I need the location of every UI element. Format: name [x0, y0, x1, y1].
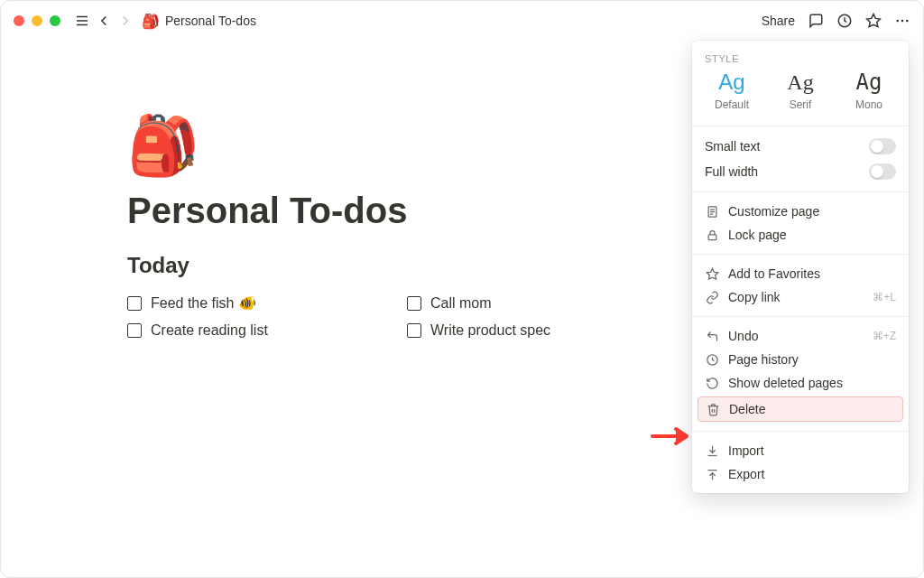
topbar-actions: Share — [762, 13, 910, 29]
copy-link-item[interactable]: Copy link ⌘+L — [692, 285, 909, 309]
font-name: Serif — [769, 98, 832, 111]
undo-icon — [705, 329, 719, 343]
shortcut: ⌘+L — [873, 291, 896, 303]
todo-item[interactable]: Create reading list — [127, 322, 371, 339]
breadcrumb-icon: 🎒 — [142, 13, 160, 30]
font-name: Mono — [837, 98, 901, 111]
topbar: 🎒 Personal To-dos Share — [1, 1, 923, 41]
share-button[interactable]: Share — [762, 14, 795, 28]
restore-icon — [705, 376, 719, 390]
checkbox[interactable] — [407, 323, 421, 338]
add-to-favorites-item[interactable]: Add to Favorites — [692, 262, 909, 285]
customize-page-item[interactable]: Customize page — [692, 200, 909, 223]
svg-point-5 — [896, 20, 899, 23]
svg-rect-13 — [708, 234, 716, 239]
full-width-toggle[interactable]: Full width — [692, 159, 909, 184]
small-text-toggle[interactable]: Small text — [692, 134, 909, 159]
todo-item[interactable]: Write product spec — [407, 322, 651, 339]
import-icon — [705, 443, 719, 458]
close-window-button[interactable] — [14, 15, 24, 26]
toggle[interactable] — [869, 138, 896, 154]
history-icon — [705, 352, 719, 367]
checkbox[interactable] — [407, 296, 421, 311]
export-icon — [705, 467, 719, 481]
star-icon — [705, 266, 719, 281]
todo-label: Create reading list — [151, 322, 268, 339]
checkbox[interactable] — [127, 296, 142, 311]
page-icon — [705, 204, 719, 219]
maximize-window-button[interactable] — [50, 15, 60, 26]
breadcrumb-title: Personal To-dos — [165, 14, 256, 28]
link-icon — [705, 290, 719, 304]
svg-point-6 — [901, 20, 904, 23]
svg-marker-14 — [707, 268, 718, 279]
font-option-default[interactable]: Ag Default — [700, 71, 763, 111]
delete-item[interactable]: Delete — [698, 396, 903, 422]
undo-item[interactable]: Undo ⌘+Z — [692, 324, 909, 348]
checkbox[interactable] — [127, 323, 142, 338]
annotation-arrow — [651, 425, 690, 447]
favorite-icon[interactable] — [865, 13, 882, 29]
style-header: STYLE — [692, 48, 909, 71]
todo-label: Feed the fish 🐠 — [151, 294, 256, 312]
todo-label: Write product spec — [430, 322, 550, 339]
page-history-item[interactable]: Page history — [692, 348, 909, 371]
todo-item[interactable]: Call mom — [407, 294, 651, 312]
page-content: 🎒 Personal To-dos Today Feed the fish 🐠 … — [1, 41, 651, 339]
import-item[interactable]: Import — [692, 439, 909, 462]
export-item[interactable]: Export — [692, 462, 909, 486]
more-menu-button[interactable] — [894, 13, 910, 29]
page-icon[interactable]: 🎒 — [127, 117, 651, 174]
section-heading[interactable]: Today — [127, 253, 651, 278]
font-sample: Ag — [700, 71, 763, 93]
font-sample: Ag — [769, 71, 832, 93]
sidebar-toggle-button[interactable] — [71, 10, 93, 32]
todo-label: Call mom — [430, 295, 492, 312]
todo-item[interactable]: Feed the fish 🐠 — [127, 294, 371, 312]
lock-icon — [705, 228, 719, 242]
updates-icon[interactable] — [836, 13, 853, 29]
svg-point-7 — [906, 20, 909, 23]
todo-list: Feed the fish 🐠 Call mom Create reading … — [127, 294, 651, 339]
page-title[interactable]: Personal To-dos — [127, 191, 651, 231]
comments-icon[interactable] — [808, 13, 824, 29]
font-option-serif[interactable]: Ag Serif — [769, 71, 832, 111]
font-name: Default — [700, 98, 763, 111]
font-option-mono[interactable]: Ag Mono — [837, 71, 901, 111]
breadcrumb[interactable]: 🎒 Personal To-dos — [142, 13, 256, 30]
forward-button[interactable] — [115, 10, 136, 32]
minimize-window-button[interactable] — [32, 15, 42, 26]
page-options-menu: STYLE Ag Default Ag Serif Ag Mono Small … — [692, 41, 909, 493]
shortcut: ⌘+Z — [873, 330, 896, 342]
font-sample: Ag — [837, 71, 901, 93]
trash-icon — [706, 402, 720, 416]
back-button[interactable] — [93, 10, 115, 32]
lock-page-item[interactable]: Lock page — [692, 223, 909, 247]
window-controls — [14, 15, 60, 26]
toggle[interactable] — [869, 163, 896, 180]
svg-marker-4 — [867, 14, 881, 27]
show-deleted-item[interactable]: Show deleted pages — [692, 371, 909, 395]
